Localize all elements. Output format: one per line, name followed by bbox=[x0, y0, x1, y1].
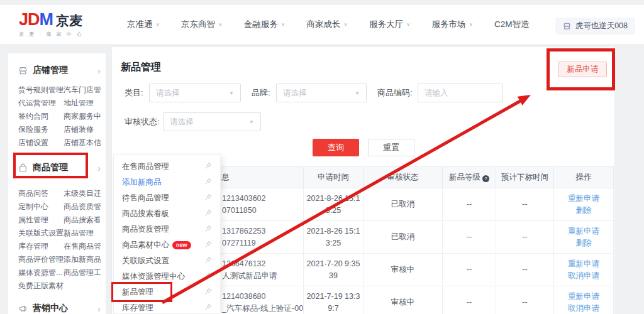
nav-item-label: 京东商智 bbox=[181, 19, 215, 30]
sku-input[interactable]: 请输入 bbox=[418, 84, 503, 102]
sidebar-item[interactable]: 汽车门店管理 bbox=[64, 84, 101, 97]
sidebar-section-items: 货号规则管理汽车门店管理代运营管理地址管理签约合同商家服务中心保险服务店铺装修店… bbox=[18, 84, 101, 149]
sidebar-item[interactable]: 定制中心 bbox=[18, 200, 64, 214]
store-icon bbox=[563, 22, 571, 30]
sidebar-item[interactable]: 地址管理 bbox=[64, 97, 101, 110]
sidebar-item[interactable]: 关联版式设置 bbox=[18, 227, 64, 240]
flyout-item[interactable]: 媒体资源管理中心 bbox=[114, 269, 220, 284]
flyout-item[interactable]: 在售商品管理 bbox=[114, 159, 220, 175]
sidebar-item[interactable]: 商家服务中心 bbox=[64, 110, 101, 123]
flyout-item[interactable]: 商品素材中心new bbox=[114, 237, 220, 253]
nav-item-4[interactable]: 商家成长∨ bbox=[306, 19, 348, 30]
flyout-item[interactable]: 添加新商品 bbox=[114, 175, 220, 190]
flyout-item[interactable]: 待售商品管理 bbox=[114, 190, 220, 206]
flyout-item[interactable]: 新品管理 bbox=[114, 284, 220, 300]
category-select[interactable]: 请选择▼ bbox=[149, 84, 241, 102]
sidebar-item[interactable]: 店铺基本信... bbox=[64, 136, 101, 149]
chevron-down-icon: ∨ bbox=[469, 22, 473, 27]
new-product-apply-button[interactable]: 新品申请 bbox=[558, 62, 607, 77]
pin-icon[interactable] bbox=[204, 241, 212, 250]
sidebar-item[interactable]: 店铺装修 bbox=[64, 123, 101, 136]
flyout-item-label: 关联版式设置 bbox=[122, 256, 169, 266]
user-account-badge[interactable]: 虎哥也逆天008 bbox=[555, 18, 635, 35]
pin-icon[interactable] bbox=[204, 225, 212, 234]
pin-icon[interactable] bbox=[204, 193, 212, 203]
sidebar-item[interactable]: 商品评价管理 bbox=[18, 253, 64, 266]
delist-time-cell: -- bbox=[496, 188, 554, 221]
jdm-logo-cn: 京麦 bbox=[56, 14, 82, 27]
action-link[interactable]: 重新申请 bbox=[554, 225, 613, 237]
chevron-down-icon: ∨ bbox=[218, 22, 223, 27]
sidebar-item[interactable]: 代运营管理 bbox=[18, 97, 64, 110]
sidebar-item[interactable]: 免费正版素材 bbox=[18, 279, 64, 293]
delist-time-cell: -- bbox=[496, 254, 554, 286]
chevron-right-icon: › bbox=[97, 163, 101, 173]
sidebar-section-title: 营销中心 bbox=[33, 303, 68, 314]
sidebar-item[interactable]: 店铺设置 bbox=[18, 136, 64, 149]
info-icon[interactable]: ? bbox=[482, 175, 489, 182]
table-header-cell: 新品等级? bbox=[443, 167, 496, 188]
sidebar-item[interactable]: 新品管理 bbox=[64, 227, 101, 240]
pin-icon[interactable] bbox=[204, 256, 212, 266]
action-link[interactable]: 重新申请 bbox=[554, 258, 613, 270]
jdm-logo[interactable]: JDM 京麦 京 麦 · 商 家 中 心 bbox=[19, 11, 106, 38]
sidebar-item[interactable]: 库存管理 bbox=[18, 240, 64, 253]
pin-icon[interactable] bbox=[204, 162, 212, 171]
sidebar-item[interactable]: 货号规则管理 bbox=[18, 84, 64, 97]
nav-item-5[interactable]: 服务大厅∨ bbox=[369, 19, 411, 30]
table-header-cell: 操作 bbox=[554, 167, 614, 188]
flyout-item-label: 新品管理 bbox=[122, 287, 153, 298]
flyout-item[interactable]: 库存管理 bbox=[114, 300, 220, 314]
sidebar-section-1[interactable]: 店铺管理› bbox=[18, 63, 101, 77]
jdm-logo-text: JDM bbox=[19, 11, 53, 28]
brand-filter-label: 品牌: bbox=[252, 84, 270, 102]
nav-item-6[interactable]: 服务市场∨ bbox=[431, 19, 473, 30]
sidebar-item[interactable]: 保险服务 bbox=[18, 123, 64, 136]
sidebar-item[interactable]: 商品资质管理 bbox=[64, 200, 101, 214]
level-cell: -- bbox=[443, 221, 496, 254]
nav-item-3[interactable]: 金融服务∨ bbox=[244, 19, 286, 30]
chevron-down-icon: ▼ bbox=[229, 90, 234, 96]
sidebar-section-2[interactable]: 商品管理› bbox=[18, 161, 101, 175]
sidebar-item[interactable]: 末级类目迁移 bbox=[64, 187, 101, 200]
flyout-item[interactable]: 关联版式设置 bbox=[114, 253, 220, 269]
action-link[interactable]: 重新申请 bbox=[554, 193, 613, 205]
sidebar-item[interactable]: 添加新商品 bbox=[64, 253, 101, 266]
action-link[interactable]: 重新申请 bbox=[554, 291, 613, 303]
action-link[interactable]: 取消申请 bbox=[554, 303, 613, 314]
flyout-item-label: 商品资质管理 bbox=[122, 224, 169, 235]
megaphone-icon bbox=[18, 304, 28, 313]
action-link[interactable]: 删除 bbox=[554, 237, 613, 249]
flyout-item[interactable]: 商品资质管理 bbox=[114, 222, 220, 237]
nav-item-label: C2M智造 bbox=[494, 19, 530, 30]
sidebar-section-title: 店铺管理 bbox=[33, 65, 68, 76]
jdm-logo-subtitle: 京 麦 · 商 家 中 心 bbox=[19, 31, 106, 38]
pin-icon[interactable] bbox=[204, 209, 212, 219]
sidebar-item[interactable]: 在售商品管理 bbox=[64, 240, 101, 253]
action-link[interactable]: 删除 bbox=[554, 205, 613, 217]
reset-button[interactable]: 重置 bbox=[368, 139, 414, 156]
sidebar-item[interactable]: 签约合同 bbox=[18, 110, 64, 123]
audit-status-select[interactable]: 请选择▼ bbox=[163, 112, 261, 131]
pin-icon[interactable] bbox=[204, 272, 212, 281]
pin-icon[interactable] bbox=[204, 303, 212, 313]
nav-item-2[interactable]: 京东商智∨ bbox=[181, 19, 223, 30]
sidebar-item[interactable]: 商品搜索看板 bbox=[64, 214, 101, 227]
category-filter-label: 类目: bbox=[125, 84, 143, 102]
sidebar-item[interactable]: 媒体资源管... bbox=[18, 266, 64, 279]
sidebar-item[interactable]: 商品管理工... bbox=[64, 266, 101, 279]
level-cell: -- bbox=[443, 286, 496, 314]
top-nav-menu: 京准通∨京东商智∨金融服务∨商家成长∨服务大厅∨服务市场∨C2M智造 bbox=[127, 19, 530, 30]
sidebar-item[interactable]: 属性管理 bbox=[18, 214, 64, 227]
brand-select[interactable]: 请选择▼ bbox=[276, 84, 367, 102]
flyout-item[interactable]: 商品搜索看板 bbox=[114, 206, 220, 222]
pin-icon[interactable] bbox=[204, 288, 212, 297]
sidebar-section-3[interactable]: 营销中心› bbox=[18, 301, 101, 314]
nav-item-1[interactable]: 京准通∨ bbox=[127, 19, 160, 30]
search-button[interactable]: 查询 bbox=[313, 139, 359, 156]
bag-icon bbox=[18, 163, 28, 173]
nav-item-7[interactable]: C2M智造 bbox=[494, 19, 530, 30]
action-link[interactable]: 取消申请 bbox=[554, 270, 613, 282]
pin-icon[interactable] bbox=[204, 178, 212, 187]
sidebar-item[interactable]: 商品问答 bbox=[18, 187, 64, 200]
